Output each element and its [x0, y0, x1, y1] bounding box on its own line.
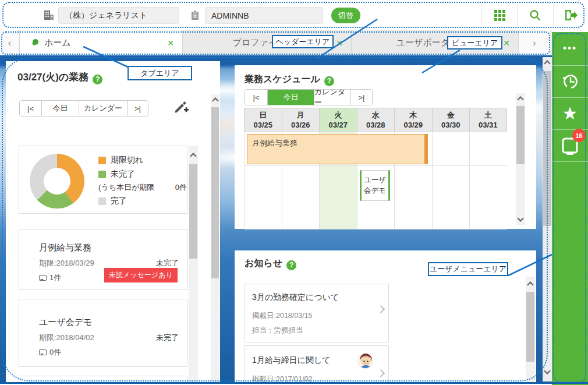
nav-calendar-button[interactable]: カレンダー	[314, 90, 350, 105]
nav-last-button[interactable]: >|	[350, 90, 372, 105]
scroll-up-icon[interactable]	[527, 281, 533, 288]
news-item-title: 3月の勤務確定について	[252, 292, 339, 303]
annotation-label-header-area: ヘッダーエリア	[272, 35, 334, 48]
scroll-up-icon[interactable]	[517, 96, 523, 103]
scroll-up-icon[interactable]	[544, 60, 550, 66]
tab-scroll-right[interactable]: ›	[518, 30, 550, 55]
nav-today-button[interactable]: 今日	[41, 101, 79, 116]
logout-icon[interactable]	[564, 9, 578, 22]
tab-label: ホーム	[44, 37, 71, 48]
day-header[interactable]: 金03/30	[432, 108, 470, 131]
task-list-scrollbar[interactable]	[189, 146, 198, 382]
today-tasks-panel: 03/27(火)の業務? |< 今日 カレンダー >|	[6, 61, 220, 382]
annotation-label-view-area: ビューエリア	[447, 36, 502, 50]
scrollbar-thumb[interactable]	[543, 71, 551, 226]
news-scrollbar[interactable]	[526, 277, 535, 382]
today-nav: |< 今日 カレンダー >|	[19, 100, 148, 116]
user-clipboard-icon	[190, 10, 200, 20]
help-icon[interactable]: ?	[286, 260, 296, 270]
nav-last-button[interactable]: >|	[127, 101, 148, 116]
day-header[interactable]: 土03/31	[469, 108, 507, 131]
schedule-event-user-demo[interactable]: ユーザ会デモ	[360, 170, 390, 201]
app-window: 切替 ‹ ホーム ✕ プロファイル	[0, 0, 588, 385]
tab-close-icon[interactable]: ✕	[167, 38, 174, 48]
task-messages: 0件	[39, 347, 61, 358]
legend-swatch-gray	[98, 197, 106, 205]
task-status: 未完了	[156, 333, 179, 343]
schedule-scrollbar[interactable]	[516, 93, 525, 225]
nav-first-button[interactable]: |<	[245, 90, 267, 105]
legend-swatch-green	[98, 171, 106, 178]
news-item[interactable]: 1月給与締日に関して 掲載日:2017/01/02	[245, 345, 389, 382]
scrollbar-thumb[interactable]	[211, 107, 219, 278]
task-title: ユーザ会デモ	[39, 317, 92, 328]
nav-today-button[interactable]: 今日	[267, 90, 314, 105]
news-item[interactable]: 3月の勤務確定について 掲載日:2018/03/15 担当：労務担当	[245, 284, 389, 342]
day-header[interactable]: 水03/28	[357, 108, 395, 131]
today-panel-scrollbar[interactable]	[211, 94, 219, 382]
search-icon[interactable]	[529, 9, 541, 21]
header-divider	[481, 4, 481, 26]
week-grid-body: 月例給与業務 ユーザ会デモ	[244, 131, 507, 229]
scroll-down-icon[interactable]	[544, 368, 550, 374]
more-menu-button[interactable]: •••	[552, 32, 588, 64]
apps-grid-icon[interactable]	[494, 10, 505, 21]
tab-scroll-left[interactable]: ‹	[0, 30, 20, 55]
scrollbar-thumb[interactable]	[526, 292, 534, 362]
day-header[interactable]: 日03/25	[244, 108, 282, 131]
legend-overdue: 期限切れ	[98, 155, 187, 165]
day-column[interactable]	[432, 132, 470, 229]
scrollbar-thumb[interactable]	[516, 106, 525, 164]
task-card[interactable]: 月例給与業務 期限:2018/03/29 未完了 1件 未読メッセージあり	[19, 229, 187, 290]
message-bubble-icon	[39, 275, 47, 281]
help-icon[interactable]: ?	[324, 76, 334, 86]
task-messages: 1件	[39, 273, 61, 283]
nav-first-button[interactable]: |<	[20, 101, 41, 116]
tab-close-icon[interactable]: ✕	[336, 38, 343, 48]
pin-icon	[31, 39, 38, 47]
due-today-count: 0件	[175, 182, 187, 193]
tab-home[interactable]: ホーム ✕	[20, 30, 182, 55]
view-scrollbar[interactable]	[543, 57, 552, 382]
notification-count-badge: 16	[572, 129, 586, 142]
tab-close-icon[interactable]: ✕	[503, 38, 510, 48]
news-item-owner: 担当：労務担当	[252, 326, 303, 335]
add-task-pen-icon[interactable]	[173, 99, 189, 114]
chevron-right-icon	[377, 369, 385, 377]
task-card[interactable]	[19, 376, 187, 382]
message-bubble-icon	[39, 349, 47, 355]
task-summary-chart-card[interactable]: 期限切れ 未完了 (うち本日が期限 0件 完了	[19, 146, 187, 214]
nav-calendar-button[interactable]: カレンダー	[79, 101, 127, 116]
star-icon: ★	[562, 103, 578, 123]
week-grid-header: 日03/25 月03/26 火03/27 水03/28 木03/29 金03/3…	[244, 108, 507, 131]
task-card[interactable]: ユーザ会デモ 期限:2018/04/02 未完了 0件	[19, 299, 187, 367]
day-column[interactable]	[469, 132, 507, 229]
scroll-up-icon[interactable]	[212, 97, 218, 104]
company-input[interactable]	[58, 7, 179, 24]
user-menu-sidebar: ••• ★ 16	[552, 32, 588, 385]
scrollbar-thumb[interactable]	[189, 164, 197, 259]
annotation-label-tab-area: タブエリア	[127, 66, 192, 80]
history-clock-icon	[561, 72, 579, 91]
favorites-button[interactable]: ★	[552, 97, 588, 129]
help-icon[interactable]: ?	[93, 75, 102, 84]
task-deadline: 期限:2018/04/02	[39, 333, 94, 343]
scroll-down-icon[interactable]	[517, 215, 523, 221]
day-header[interactable]: 木03/29	[394, 108, 432, 131]
annotation-label-user-menu-area: ユーザメニューエリア	[428, 262, 508, 276]
today-panel-title: 03/27(火)の業務?	[17, 70, 102, 84]
task-title: 月例給与業務	[39, 242, 91, 253]
switch-button[interactable]: 切替	[331, 8, 360, 23]
schedule-nav: |< 今日 カレンダー >|	[245, 89, 373, 105]
day-header-today[interactable]: 火03/27	[319, 108, 357, 131]
schedule-panel: 業務スケジュール? |< 今日 カレンダー >| 日03/25 月03/26 火…	[235, 65, 536, 229]
legend-swatch-orange	[98, 157, 106, 164]
scroll-up-icon[interactable]	[190, 153, 196, 159]
user-input[interactable]	[205, 7, 323, 24]
schedule-event-monthly-payroll[interactable]: 月例給与業務	[247, 134, 428, 164]
header-bar: 切替	[0, 0, 588, 30]
history-button[interactable]	[552, 65, 588, 97]
legend-incomplete: 未完了	[98, 169, 187, 179]
company-building-icon	[43, 9, 55, 21]
day-header[interactable]: 月03/26	[282, 108, 320, 131]
